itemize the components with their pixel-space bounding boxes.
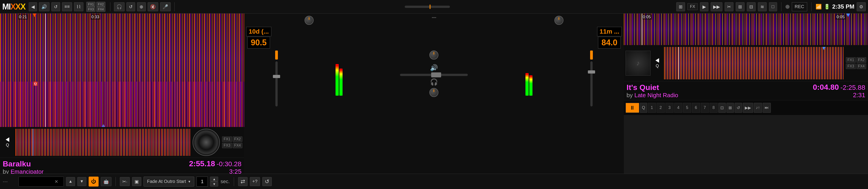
back-btn[interactable]: ◀ [29, 2, 37, 11]
deck-left-fx2[interactable]: FX2 [232, 137, 242, 142]
loop-btn[interactable]: ↺ [51, 2, 60, 11]
vu-meter-right [525, 50, 532, 96]
mute-btn[interactable]: 🔇 [148, 2, 158, 11]
deck-left-mini-waveform[interactable] [16, 129, 190, 156]
deck-right-play[interactable]: ⏸ [626, 103, 639, 113]
deck-left-fx3[interactable]: FX3 [222, 143, 232, 148]
qty-down-btn[interactable]: ▼ [210, 182, 218, 187]
fader-handle-right[interactable] [588, 70, 595, 74]
headphone-cue-knob[interactable] [429, 50, 438, 60]
square-btn[interactable]: □ [769, 2, 777, 11]
volume-fader-right[interactable] [590, 61, 593, 107]
deck-right-hotcue-4[interactable]: 4 [674, 103, 682, 113]
deck-right-pitch-up[interactable]: ♪↑ [754, 103, 762, 113]
crossfader-handle[interactable] [431, 72, 441, 77]
search-clear-btn[interactable]: ✕ [55, 179, 58, 184]
deck-right-fx1[interactable]: FX1 [846, 57, 856, 63]
rec-button[interactable]: REC [792, 2, 807, 11]
deck-right-hotcue-8[interactable]: 8 [710, 103, 718, 113]
bpm-row: 10d (... 90.5 11m ... 84.0 [245, 26, 623, 49]
auto-mode-btn[interactable]: ✂· [120, 177, 130, 186]
deck-left-playhead [45, 13, 46, 127]
app-wrapper: MIXXX ◀ 🔊 ↺ ≡≡ ⌇⌇ FX1 FX2 FX3 FX4 🎧 [0, 0, 868, 189]
auto-power-btn[interactable]: ⏻ [89, 177, 99, 187]
vu-meter-left [336, 50, 343, 96]
mixer-knob-gain-l[interactable] [305, 16, 314, 25]
separator-2 [174, 2, 175, 11]
scroll-down-btn[interactable]: ▼ [77, 177, 86, 186]
deck-right-hotcue-7[interactable]: 7 [701, 103, 709, 113]
wifi-icon: 📶 [815, 4, 822, 10]
headphone-mix-knob[interactable] [429, 88, 438, 97]
deck-left-mini-area: Q FX1 FX2 FX3 FX4 [0, 127, 244, 158]
wave-btn[interactable]: ≋ [758, 2, 767, 11]
deck-right-cue-q[interactable]: Q [640, 103, 647, 113]
volume-icon-center[interactable]: 🔊 [430, 64, 438, 72]
headphone-monitor-btn[interactable]: 🎧 [114, 2, 125, 11]
gain-btn[interactable]: ⊕ [137, 2, 146, 11]
deck-right-fx2[interactable]: FX2 [857, 57, 866, 63]
sync-btn[interactable]: ↺ [126, 2, 135, 11]
deck-right-waveform-overview[interactable]: 0:05 0:05 [624, 13, 868, 45]
deck-right-hotcue-3[interactable]: 3 [665, 103, 674, 113]
deck-right-nudge-fwd[interactable]: ▶▶ [743, 103, 753, 113]
auto-robot-btn[interactable]: 🤖 [101, 177, 112, 186]
app-logo: MIXXX [2, 2, 25, 11]
flip-btn[interactable]: ⊟ [747, 2, 756, 11]
deck-right-hotcue-6[interactable]: 6 [692, 103, 700, 113]
play-top-btn[interactable]: ▶ [700, 2, 708, 11]
crossfader-track[interactable] [400, 74, 468, 76]
deck-right-mini-waveform[interactable] [664, 47, 844, 79]
deck-right-fx3[interactable]: FX3 [846, 64, 856, 69]
deck-right-track-info: It's Quiet by Late Night Radio 0:04.80 -… [624, 81, 868, 100]
deck-right-elapsed: 0:04.80 [813, 83, 839, 91]
cue-marker-left [33, 13, 36, 17]
play-pos-indicator-left [6, 137, 9, 142]
auto-grid-btn[interactable]: ▣ [132, 177, 141, 186]
volume-btn[interactable]: 🔊 [39, 2, 50, 11]
deck-right-loop-out[interactable]: ⊠ [726, 103, 734, 113]
deck-right-hotcue-2[interactable]: 2 [657, 103, 665, 113]
auto-mode-dropdown[interactable]: Fade At Outro Start ▼ [144, 177, 194, 187]
settings-btn[interactable]: ⚙ [857, 2, 866, 11]
scissors-btn[interactable]: ✂ [725, 2, 734, 11]
quantity-spinners: ▲ ▼ [210, 177, 218, 187]
qty-up-btn[interactable]: ▲ [210, 177, 218, 182]
top-right: ⊞ FX ▶ ▶▶ ✂ ⊞ ⊟ ≋ □ REC 📶 🔋 2:35 PM ⚙ [676, 2, 866, 11]
deck-left-waveform-overview[interactable]: 0:21 0:33 Q [0, 13, 244, 127]
fx-top-btn[interactable]: FX [687, 3, 698, 10]
fader-handle-left[interactable] [273, 75, 280, 78]
play2-top-btn[interactable]: ▶▶ [711, 2, 722, 11]
shuffle-btn[interactable]: ⇄ [238, 177, 248, 186]
gain-strip-right [590, 50, 593, 60]
deck-right-hotcue-1[interactable]: 1 [648, 103, 656, 113]
waveform-btn[interactable]: ⌇⌇ [74, 2, 84, 11]
repeat-btn[interactable]: ↺ [262, 177, 272, 186]
add-track-btn[interactable]: +? [250, 177, 260, 186]
volume-fader-left[interactable] [275, 61, 278, 107]
mic-btn[interactable]: 🎤 [160, 2, 171, 11]
headphone-icon-center[interactable]: 🎧 [430, 78, 438, 86]
play-pos-q-right: Q [656, 64, 659, 68]
auto-quantity-input[interactable] [196, 177, 208, 187]
search-input[interactable] [21, 179, 55, 184]
deck-left-fx1[interactable]: FX1 [222, 137, 232, 142]
grid-btn[interactable]: ⊞ [736, 2, 745, 11]
deck-right-fx4[interactable]: FX4 [857, 64, 866, 69]
library-btn[interactable]: ⊞ [676, 2, 685, 11]
timestamp-right-2: 0:05 [836, 14, 845, 20]
mixer-knob-gain-r[interactable] [554, 16, 563, 25]
deck-right-reloop[interactable]: ↺ [735, 103, 742, 113]
scroll-up-btn[interactable]: ▲ [66, 177, 75, 186]
deck-left-fx4[interactable]: FX4 [232, 143, 242, 148]
deck-left-turntable[interactable] [193, 129, 220, 156]
seconds-label: sec. [220, 179, 229, 185]
fx4-label: FX4 [96, 7, 105, 12]
deck-right-hotcue-5[interactable]: 5 [683, 103, 691, 113]
deck-right-loop-in[interactable]: ⊡ [718, 103, 726, 113]
deck-right-thumbnail: ♪ [626, 51, 650, 76]
search-box[interactable]: ✕ [19, 177, 64, 187]
rec-indicator [785, 5, 789, 9]
eq-btn[interactable]: ≡≡ [62, 2, 72, 11]
deck-right-skip-end[interactable]: ⏭ [763, 103, 771, 113]
